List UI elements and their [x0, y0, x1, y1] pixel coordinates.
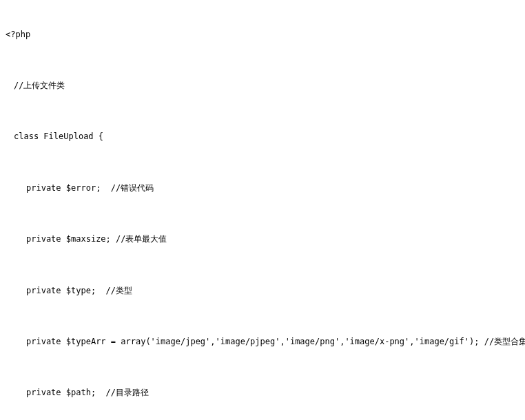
- code-line: private $error; //错误代码: [0, 182, 525, 194]
- code-line: private $typeArr = array('image/jpeg','i…: [0, 336, 525, 348]
- code-line: private $maxsize; //表单最大值: [0, 233, 525, 245]
- code-line: <?php: [0, 29, 525, 41]
- code-line: //上传文件类: [0, 80, 525, 92]
- code-block: <?php //上传文件类 class FileUpload { private…: [0, 6, 525, 420]
- code-line: private $path; //目录路径: [0, 387, 525, 399]
- code-line: private $type; //类型: [0, 285, 525, 297]
- code-line: class FileUpload {: [0, 131, 525, 143]
